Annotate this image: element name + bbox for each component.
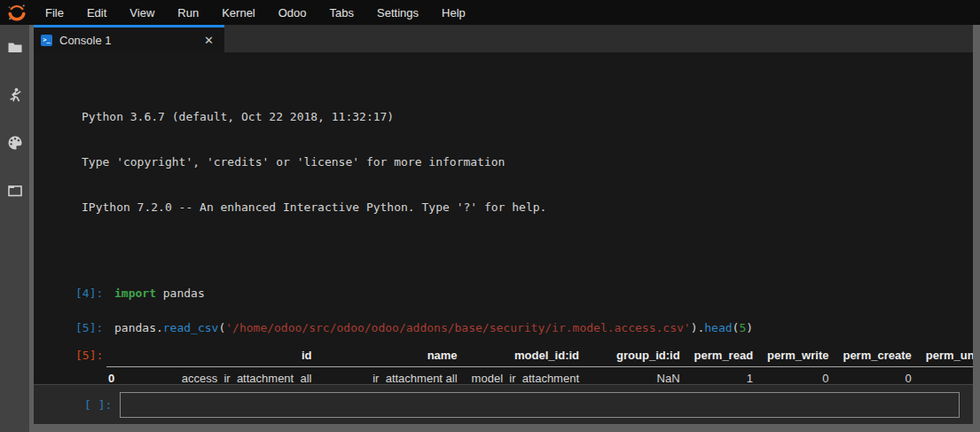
- open-tabs-icon[interactable]: [7, 183, 23, 199]
- dataframe-header: id name model_id:id group_id:id perm_rea…: [106, 344, 973, 367]
- menu-item-view[interactable]: View: [118, 0, 166, 25]
- console-tab-icon: >_: [41, 35, 52, 46]
- column-header: perm_write: [753, 344, 828, 367]
- menu-item-help[interactable]: Help: [430, 0, 477, 25]
- dock-panel: >_ Console 1 ✕ Python 3.6.7 (default, Oc…: [29, 25, 980, 432]
- console-scrollback: Python 3.6.7 (default, Oct 22 2018, 11:3…: [34, 52, 973, 384]
- banner-line-3: IPython 7.2.0 -- An enhanced Interactive…: [82, 200, 973, 215]
- code-token: ).: [691, 321, 705, 334]
- menu-item-tabs[interactable]: Tabs: [318, 0, 365, 25]
- column-header: perm_unlink: [912, 344, 973, 367]
- code-input[interactable]: [120, 392, 960, 418]
- column-header: group_id:id: [579, 344, 680, 367]
- code-token: head: [704, 321, 732, 334]
- output-prompt-5: [5]:: [75, 349, 106, 362]
- menu-items: File Edit View Run Kernel Odoo Tabs Sett…: [34, 0, 477, 25]
- menu-item-kernel[interactable]: Kernel: [210, 0, 267, 25]
- column-header: perm_create: [828, 344, 911, 367]
- running-sessions-icon[interactable]: [7, 87, 23, 103]
- column-header: perm_read: [680, 344, 753, 367]
- menu-bar: File Edit View Run Kernel Odoo Tabs Sett…: [0, 0, 980, 25]
- kernel-banner: Python 3.6.7 (default, Oct 22 2018, 11:3…: [82, 79, 973, 245]
- column-header: name: [311, 344, 457, 367]
- tab-close-icon[interactable]: ✕: [200, 32, 217, 49]
- input-prompt-5: [5]:: [75, 320, 114, 335]
- code-line-4: import pandas: [114, 286, 205, 301]
- menu-item-edit[interactable]: Edit: [75, 0, 118, 25]
- input-prompt-4: [4]:: [75, 286, 114, 301]
- code-cell-4: [4]: import pandas: [75, 286, 973, 301]
- empty-input-prompt: [ ]:: [84, 398, 112, 412]
- code-token: import: [114, 287, 156, 300]
- code-token: pandas: [156, 287, 205, 300]
- column-header: id: [121, 344, 311, 367]
- menu-item-run[interactable]: Run: [166, 0, 210, 25]
- console-input-area: [ ]:: [34, 384, 973, 424]
- banner-line-1: Python 3.6.7 (default, Oct 22 2018, 11:3…: [82, 109, 973, 124]
- banner-line-2: Type 'copyright', 'credits' or 'license'…: [82, 154, 973, 169]
- code-token: ): [746, 321, 753, 334]
- code-token: '/home/odoo/src/odoo/odoo/addons/base/se…: [225, 321, 690, 334]
- code-cell-5: [5]: pandas.read_csv('/home/odoo/src/odo…: [75, 320, 973, 335]
- file-browser-icon[interactable]: [7, 39, 23, 55]
- tab-bar: >_ Console 1 ✕: [34, 25, 973, 52]
- left-sidebar: [0, 25, 29, 432]
- command-palette-icon[interactable]: [7, 135, 23, 151]
- tab-console-1[interactable]: >_ Console 1 ✕: [34, 25, 224, 52]
- corner-header: [106, 344, 121, 367]
- menu-item-file[interactable]: File: [34, 0, 75, 25]
- code-token: pandas.: [114, 321, 163, 334]
- tab-title: Console 1: [59, 34, 112, 47]
- menu-item-settings[interactable]: Settings: [365, 0, 430, 25]
- code-token: read_csv: [163, 321, 219, 334]
- odoo-sh-logo: [0, 0, 34, 25]
- menu-item-odoo[interactable]: Odoo: [267, 0, 318, 25]
- console-panel: >_ Console 1 ✕ Python 3.6.7 (default, Oc…: [34, 25, 973, 424]
- odoo-sh-logo-icon: [7, 3, 27, 22]
- code-line-5: pandas.read_csv('/home/odoo/src/odoo/odo…: [114, 320, 753, 335]
- column-header: model_id:id: [458, 344, 579, 367]
- console-content: Python 3.6.7 (default, Oct 22 2018, 11:3…: [34, 52, 973, 424]
